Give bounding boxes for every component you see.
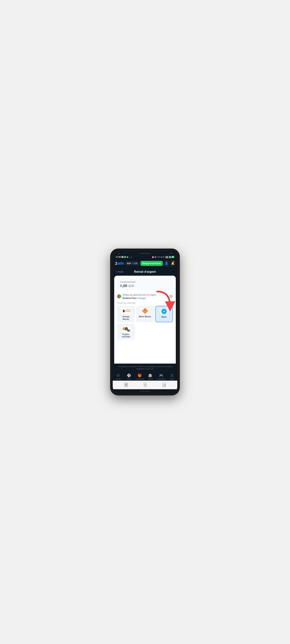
status-p: P xyxy=(122,256,123,258)
status-s: S xyxy=(124,256,126,258)
status-time-area: 17:00 P S ⊞ ☼ • xyxy=(116,256,132,258)
user-profile-button[interactable]: 👤 xyxy=(164,260,169,266)
footer-note: En cliquant sur le bouton «Retirer», vou… xyxy=(113,364,177,372)
main-content: Compte principal 0,00 XOF Modes de paiem… xyxy=(114,276,176,364)
balance-amount: 0,00 xyxy=(134,262,137,264)
nav-menu-label: Menu xyxy=(170,378,174,380)
help-button[interactable]: ? xyxy=(169,294,173,298)
status-right-icons: ⏰ ✱ 4.73 ⊕ 4G ▐▐ ▐▐ 85 xyxy=(152,256,174,258)
wave-icon: W xyxy=(160,308,168,315)
reapprovisionner-button[interactable]: Réapprovisionner xyxy=(140,261,163,266)
nav-sport[interactable]: ⚽ Sport xyxy=(124,374,134,380)
svg-text:+13: +13 xyxy=(128,330,130,331)
currency-chevron: ▾ xyxy=(132,262,133,264)
bottom-speaker-bar xyxy=(140,391,150,392)
sport-icon: ⚽ xyxy=(127,374,131,378)
nav-free-money-label: Free Money xyxy=(135,378,144,380)
region-description: Modes de paiement pour la région xyxy=(123,294,156,296)
svg-text:W: W xyxy=(163,310,165,313)
status-screen: ☼ xyxy=(129,256,131,258)
nav-live-games[interactable]: 🎮 Live-games xyxy=(156,374,167,380)
account-amount: 0,00 XOF xyxy=(120,284,170,288)
nav-accueil-label: Accueil xyxy=(116,378,121,380)
gamepad-icon: 🎮 xyxy=(159,374,163,378)
crypto-label: Crypto-monnaie xyxy=(122,333,130,338)
country-name: Burkina Faso xyxy=(123,297,137,300)
status-grid: ⊞ xyxy=(127,256,128,258)
nav-sport-label: Sport xyxy=(127,378,131,380)
signal-bars-1: ▐▐ xyxy=(165,256,168,258)
notch-area xyxy=(113,251,177,254)
android-menu-button[interactable]: ☰ xyxy=(124,383,128,387)
signal-bars-2: ▐▐ xyxy=(168,256,171,258)
alarm-icon: ⏰ xyxy=(152,256,154,258)
crypto-card[interactable]: ₿ ⬡ +13 Crypto-monnaie xyxy=(117,324,135,340)
svg-text:MOOV: MOOV xyxy=(143,310,147,312)
change-region-link[interactable]: Changer xyxy=(137,297,146,300)
sensor xyxy=(170,252,172,254)
page-title: Retrait d'argent xyxy=(125,270,165,274)
orange-money-card[interactable]: Orange Money OrangeMoney xyxy=(117,306,135,322)
back-button[interactable]: < Profil xyxy=(116,270,123,273)
wave-logo: W xyxy=(160,308,168,315)
top-nav: 1win XOF ▾ 0,00 Réapprovisionner 👤 🔔 xyxy=(113,259,177,268)
wifi-icon: ⊕ xyxy=(160,256,162,258)
page-header: < Profil Retrait d'argent xyxy=(113,268,177,276)
front-camera xyxy=(118,252,120,254)
signal-4g: 4G xyxy=(162,256,165,258)
amount-currency: XOF xyxy=(128,284,134,288)
notifications-button[interactable]: 🔔 xyxy=(170,260,175,266)
home-icon: ⊟ xyxy=(117,374,120,378)
bottom-speaker-area xyxy=(113,389,177,393)
crypto-icon: ₿ ⬡ +13 xyxy=(122,326,130,332)
nav-accueil[interactable]: ⊟ Accueil xyxy=(113,374,124,380)
user-icon: 👤 xyxy=(165,262,168,265)
moov-money-icon: MOOV MONEY xyxy=(141,308,149,314)
moov-money-card[interactable]: MOOV MONEY Moov Money xyxy=(136,306,154,322)
menu-icon: ☰ xyxy=(170,374,173,378)
payment-methods-section: Orange Money OrangeMoney xyxy=(117,306,173,340)
payment-methods-grid: Orange Money OrangeMoney xyxy=(117,306,173,322)
orange-money-icon: Orange Money xyxy=(122,308,130,314)
currency-code: XOF xyxy=(127,262,131,264)
top-speaker xyxy=(140,253,150,254)
bell-icon: 🔔 xyxy=(171,262,174,265)
account-label: Compte principal xyxy=(120,281,170,283)
moov-money-label: Moov Money xyxy=(139,316,151,318)
balance-button[interactable]: XOF ▾ 0,00 xyxy=(125,261,139,266)
svg-text:⬡: ⬡ xyxy=(125,328,127,330)
phone-device: 17:00 P S ⊞ ☼ • ⏰ ✱ 4.73 ⊕ 4G ▐▐ ▐▐ 85 1… xyxy=(110,248,180,395)
account-card: Compte principal 0,00 XOF xyxy=(117,278,173,290)
svg-text:Orange: Orange xyxy=(126,309,130,311)
flag-red-half xyxy=(117,294,119,298)
payment-region: Modes de paiement pour la région Burkina… xyxy=(117,293,173,300)
nav-casino[interactable]: 🎰 Casino xyxy=(145,374,156,380)
android-home-button[interactable]: ○ xyxy=(144,383,146,387)
svg-text:Money: Money xyxy=(126,311,130,312)
wave-card[interactable]: W Wave xyxy=(155,306,173,322)
side-button xyxy=(180,270,181,278)
methods-second-row: ₿ ⬡ +13 Crypto-monnaie xyxy=(117,324,173,340)
nav-menu[interactable]: ☰ Menu xyxy=(166,374,177,380)
status-dot: • xyxy=(131,256,132,258)
nav-live-games-label: Live-games xyxy=(157,378,166,380)
android-nav-bar: ☰ ○ ◁ xyxy=(113,380,177,389)
app-logo: 1win xyxy=(115,261,124,266)
logo-win: win xyxy=(117,261,124,266)
bottom-nav: ⊟ Accueil ⚽ Sport 🎁 Free Money 🎰 Casino … xyxy=(113,372,177,380)
amount-decimal: ,00 xyxy=(122,284,127,288)
logo-1: 1 xyxy=(115,261,117,266)
battery-icon: 85 xyxy=(171,256,174,258)
phone-screen: 17:00 P S ⊞ ☼ • ⏰ ✱ 4.73 ⊕ 4G ▐▐ ▐▐ 85 1… xyxy=(113,251,177,393)
amount-integer: 0 xyxy=(120,284,122,288)
moov-money-logo: MOOV MONEY xyxy=(141,308,149,314)
burkina-faso-flag xyxy=(117,294,121,298)
nav-free-money[interactable]: 🎁 Free Money xyxy=(134,374,145,380)
footer-note-text: En cliquant sur le bouton «Retirer», vou… xyxy=(118,366,172,370)
status-bar: 17:00 P S ⊞ ☼ • ⏰ ✱ 4.73 ⊕ 4G ▐▐ ▐▐ 85 xyxy=(113,254,177,259)
bluetooth-icon: ✱ xyxy=(155,256,156,258)
speed-icon: 4.73 xyxy=(157,256,160,258)
android-back-button[interactable]: ◁ xyxy=(163,383,166,387)
wave-label: Wave xyxy=(161,316,167,318)
crypto-logo: ₿ ⬡ +13 xyxy=(122,326,130,332)
